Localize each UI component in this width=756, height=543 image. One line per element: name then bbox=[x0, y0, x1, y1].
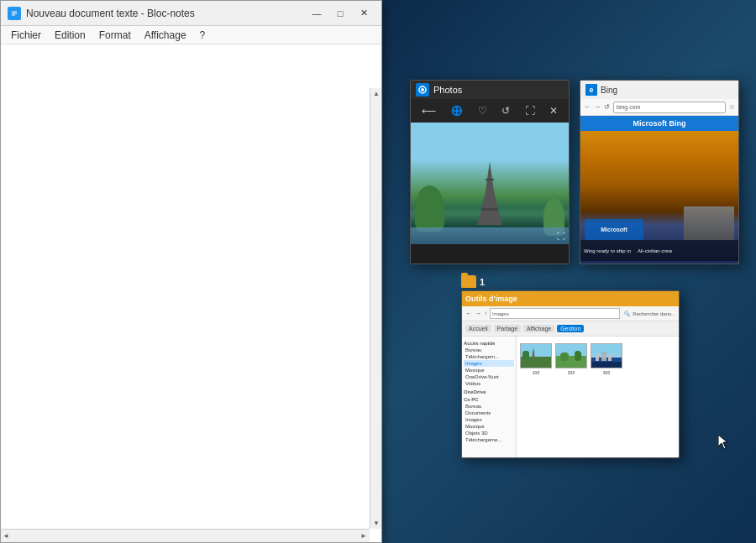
sidebar-obj3d[interactable]: Objets 3D bbox=[464, 430, 514, 436]
photos-window[interactable]: Photos ⟵ ⊕ ♡ ↺ ⛶ ✕ ⛶ bbox=[410, 80, 570, 264]
menu-format[interactable]: Format bbox=[92, 28, 138, 43]
sidebar-images1[interactable]: Images bbox=[464, 360, 514, 367]
explorer-sidebar: Accès rapide Bureau Téléchargem... Image… bbox=[462, 337, 517, 458]
notepad-controls: — □ ✕ bbox=[306, 5, 375, 22]
svg-marker-9 bbox=[481, 191, 498, 208]
sidebar-music2[interactable]: Musique bbox=[464, 423, 514, 430]
thumbnail-1[interactable] bbox=[520, 343, 552, 368]
maximize-button[interactable]: □ bbox=[329, 5, 351, 22]
thumbnail-2[interactable] bbox=[555, 343, 587, 368]
explorer-body: Accès rapide Bureau Téléchargem... Image… bbox=[462, 337, 679, 458]
image-thumbnails: 100 200 bbox=[520, 343, 675, 375]
svg-rect-20 bbox=[575, 351, 581, 361]
notepad-title: Nouveau document texte - Bloc-notes bbox=[26, 8, 306, 19]
bing-overlay3: Wing ready to ship in All-civilian crew bbox=[580, 240, 738, 261]
bing-header: Microsoft Bing bbox=[580, 116, 738, 131]
tab-accueil[interactable]: Accueil bbox=[465, 325, 491, 332]
eiffel-tower bbox=[473, 162, 507, 229]
notepad-menubar: Fichier Edition Format Affichage ? bbox=[1, 26, 381, 44]
svg-rect-27 bbox=[591, 354, 622, 358]
menu-file[interactable]: Fichier bbox=[4, 28, 48, 43]
bing-icon: e bbox=[585, 84, 597, 96]
photos-toolbar: ⟵ ⊕ ♡ ↺ ⛶ ✕ bbox=[411, 99, 569, 123]
minimize-button[interactable]: — bbox=[306, 5, 328, 22]
tab-affichage[interactable]: Affichage bbox=[523, 325, 554, 332]
nav-up[interactable]: ↑ bbox=[484, 310, 487, 317]
photos-icon bbox=[416, 83, 429, 97]
notepad-titlebar: Nouveau document texte - Bloc-notes — □ … bbox=[1, 1, 381, 26]
sidebar-videos1[interactable]: Vidéos bbox=[464, 380, 514, 387]
sidebar-downloads1[interactable]: Téléchargem... bbox=[464, 353, 514, 360]
bing-header-text: Microsoft Bing bbox=[633, 119, 686, 128]
bing-image-area: Microsoft Wing ready to ship in All-civi… bbox=[580, 131, 738, 264]
horizontal-scrollbar[interactable] bbox=[1, 529, 370, 542]
svg-point-5 bbox=[421, 88, 424, 91]
tab-partage[interactable]: Partage bbox=[494, 325, 522, 332]
photos-titlebar: Photos bbox=[411, 81, 569, 99]
explorer-window[interactable]: Outils d'image ← → ↑ Images 🔍 Rechercher… bbox=[461, 290, 680, 458]
thumb-label-2: 200 bbox=[568, 370, 575, 375]
explorer-path[interactable]: Images bbox=[490, 308, 620, 319]
svg-rect-10 bbox=[481, 208, 498, 211]
bing-urlbar: ← → ↺ bing.com ☆ bbox=[580, 99, 738, 116]
explorer-toolbar: Accueil Partage Affichage Gestion bbox=[462, 321, 679, 337]
notepad-icon bbox=[8, 7, 21, 20]
explorer-main: 100 200 bbox=[517, 337, 679, 458]
bing-url[interactable]: bing.com bbox=[613, 102, 726, 113]
onedrive-label: OneDrive bbox=[464, 389, 514, 394]
bing-titlebar: e Bing bbox=[580, 81, 738, 99]
sidebar-docs[interactable]: Documents bbox=[464, 410, 514, 416]
explorer-wrapper: 1 Outils d'image ← → ↑ Images 🔍 Recherch… bbox=[461, 275, 680, 458]
svg-marker-6 bbox=[487, 162, 492, 179]
notepad-window: Nouveau document texte - Bloc-notes — □ … bbox=[0, 0, 382, 543]
svg-rect-16 bbox=[522, 351, 529, 359]
explorer-titlebar: Outils d'image bbox=[462, 291, 679, 306]
bing-window[interactable]: e Bing ← → ↺ bing.com ☆ Microsoft Bing M… bbox=[580, 80, 739, 264]
explorer-nav: ← → ↑ Images 🔍 Rechercher dans... bbox=[462, 306, 679, 321]
cepc-label: Ce PC bbox=[464, 397, 514, 402]
bing-overlay2 bbox=[684, 206, 734, 240]
tree-left bbox=[415, 185, 444, 232]
nav-forward[interactable]: → bbox=[475, 310, 481, 317]
menu-edit[interactable]: Edition bbox=[48, 28, 92, 43]
menu-help[interactable]: ? bbox=[193, 28, 213, 43]
thumb-label-1: 100 bbox=[533, 370, 539, 375]
svg-rect-19 bbox=[560, 352, 569, 361]
quick-access-label: Accès rapide bbox=[464, 341, 514, 346]
menu-view[interactable]: Affichage bbox=[138, 28, 193, 43]
photos-image: ⛶ bbox=[411, 123, 569, 244]
bing-overlay1: Microsoft bbox=[585, 219, 643, 240]
close-button[interactable]: ✕ bbox=[353, 5, 375, 22]
explorer-badge: 1 bbox=[461, 275, 485, 288]
vertical-scrollbar[interactable] bbox=[370, 88, 381, 529]
svg-marker-11 bbox=[477, 211, 502, 225]
sidebar-downloads2[interactable]: Téléchargeme... bbox=[464, 436, 514, 443]
nav-back[interactable]: ← bbox=[465, 310, 472, 317]
sidebar-music1[interactable]: Musique bbox=[464, 367, 514, 373]
expand-icon: ⛶ bbox=[557, 232, 565, 241]
notepad-content[interactable] bbox=[1, 44, 370, 529]
thumb-label-3: 300 bbox=[603, 370, 610, 375]
sidebar-images2[interactable]: Images bbox=[464, 416, 514, 423]
bing-title: Bing bbox=[601, 86, 733, 95]
badge-count: 1 bbox=[480, 277, 485, 287]
svg-rect-23 bbox=[591, 362, 622, 368]
photos-title: Photos bbox=[433, 85, 564, 95]
explorer-title: Outils d'image bbox=[465, 295, 675, 303]
svg-marker-7 bbox=[486, 179, 494, 191]
sidebar-bureau1[interactable]: Bureau bbox=[464, 347, 514, 353]
sidebar-onedrive[interactable]: OneDrive-Nuxt bbox=[464, 373, 514, 380]
sidebar-bureau2[interactable]: Bureau bbox=[464, 403, 514, 410]
svg-rect-8 bbox=[486, 179, 494, 180]
water bbox=[411, 227, 569, 244]
thumbnail-3[interactable] bbox=[591, 343, 622, 368]
bing-content: Microsoft Bing Microsoft Wing ready to s… bbox=[580, 116, 738, 264]
folder-icon bbox=[461, 275, 476, 288]
tab-gestion[interactable]: Gestion bbox=[557, 325, 584, 332]
